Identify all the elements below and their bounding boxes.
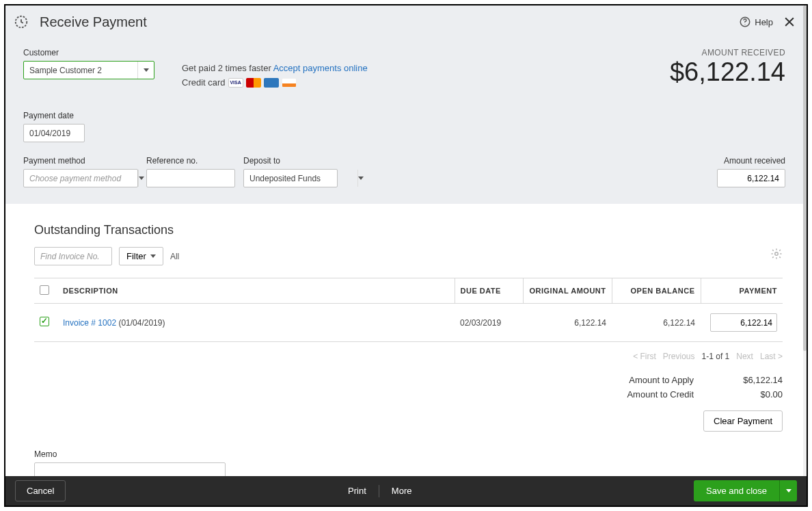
amount-received-field-label: Amount received — [717, 156, 785, 166]
cell-payment — [701, 304, 783, 342]
amount-to-apply-value: $6,122.14 — [735, 375, 783, 385]
reference-no-label: Reference no. — [146, 156, 235, 166]
col-due-date: DUE DATE — [455, 278, 523, 304]
chevron-down-icon — [150, 254, 156, 258]
top-form-section: Customer Get paid 2 times faster Accept … — [5, 38, 803, 204]
payment-date-input[interactable] — [23, 124, 85, 142]
deposit-to-caret[interactable] — [357, 170, 364, 187]
table-row: Invoice # 1002 (01/04/2019) 02/03/2019 6… — [34, 304, 783, 342]
find-invoice-input[interactable] — [34, 247, 112, 265]
save-dropdown-button[interactable] — [779, 480, 797, 501]
payment-method-field: Payment method — [23, 156, 138, 187]
pager-previous[interactable]: Previous — [663, 352, 695, 361]
pager-range: 1-1 of 1 — [702, 352, 730, 361]
customer-label: Customer — [23, 48, 154, 57]
scrollbar-thumb[interactable] — [803, 5, 807, 351]
receive-payment-window: Receive Payment Help Customer Get pa — [4, 4, 808, 507]
customer-field: Customer — [23, 48, 154, 79]
amount-received-input[interactable] — [717, 169, 785, 187]
payment-method-input[interactable] — [24, 170, 138, 187]
payment-method-label: Payment method — [23, 156, 138, 166]
reference-no-input[interactable] — [146, 169, 235, 187]
cell-due-date: 02/03/2019 — [455, 304, 523, 342]
visa-icon: VISA — [228, 78, 243, 88]
col-description: DESCRIPTION — [57, 278, 455, 304]
cell-open-balance: 6,122.14 — [612, 304, 701, 342]
footer-bar: Cancel Print More Save and close — [5, 476, 807, 506]
deposit-to-select[interactable] — [243, 169, 338, 187]
cancel-button[interactable]: Cancel — [15, 480, 66, 501]
filter-button[interactable]: Filter — [119, 247, 163, 265]
cell-original-amount: 6,122.14 — [523, 304, 612, 342]
promo-text: Get paid 2 times faster Accept payments … — [182, 63, 368, 73]
promo-block: Get paid 2 times faster Accept payments … — [174, 48, 368, 88]
scroll-region: Receive Payment Help Customer Get pa — [5, 5, 803, 476]
col-payment: PAYMENT — [701, 278, 783, 304]
pager-last[interactable]: Last > — [760, 352, 783, 361]
amount-received-label: AMOUNT RECEIVED — [670, 48, 785, 57]
deposit-to-input[interactable] — [244, 170, 357, 187]
header-bar: Receive Payment Help — [5, 5, 803, 38]
pagination: < First Previous 1-1 of 1 Next Last > — [34, 352, 783, 361]
pager-first[interactable]: < First — [633, 352, 656, 361]
help-icon — [739, 16, 751, 28]
customer-select[interactable] — [23, 61, 154, 79]
payment-date-field: Payment date — [23, 111, 85, 142]
history-icon[interactable] — [14, 14, 29, 29]
vertical-scrollbar[interactable] — [803, 5, 807, 476]
filter-all-label: All — [170, 252, 179, 261]
totals-block: Amount to Apply $6,122.14 Amount to Cred… — [34, 375, 783, 432]
method-row: Payment method Reference no. Deposit to — [23, 156, 785, 187]
reference-no-field: Reference no. — [146, 156, 235, 187]
amount-to-credit-label: Amount to Credit — [627, 389, 694, 399]
deposit-to-field: Deposit to — [243, 156, 338, 187]
outstanding-title: Outstanding Transactions — [34, 223, 783, 237]
payment-date-label: Payment date — [23, 111, 85, 120]
memo-textarea[interactable] — [34, 462, 226, 476]
help-label: Help — [755, 17, 773, 27]
filter-label: Filter — [126, 251, 146, 261]
row-checkbox[interactable] — [40, 317, 49, 326]
amount-received-field: Amount received — [717, 156, 785, 187]
credit-card-label: Credit card — [182, 77, 226, 88]
select-all-checkbox[interactable] — [40, 285, 49, 295]
transactions-table: DESCRIPTION DUE DATE ORIGINAL AMOUNT OPE… — [34, 278, 783, 342]
payment-cell-input[interactable] — [710, 313, 777, 332]
discover-icon — [282, 78, 297, 88]
print-link[interactable]: Print — [348, 486, 366, 496]
outstanding-transactions-panel: Outstanding Transactions Filter All DESC… — [5, 204, 803, 476]
svg-point-3 — [775, 252, 779, 256]
help-button[interactable]: Help — [739, 16, 773, 28]
cell-description: Invoice # 1002 (01/04/2019) — [57, 304, 455, 342]
clear-payment-button[interactable]: Clear Payment — [703, 410, 783, 432]
save-button-group: Save and close — [694, 480, 797, 501]
amount-received-display: AMOUNT RECEIVED $6,122.14 — [670, 48, 785, 87]
credit-card-row: Credit card VISA — [182, 77, 368, 88]
customer-caret[interactable] — [137, 62, 154, 79]
col-original-amount: ORIGINAL AMOUNT — [523, 278, 612, 304]
accept-payments-link[interactable]: Accept payments online — [273, 63, 368, 73]
deposit-to-label: Deposit to — [243, 156, 338, 166]
mastercard-icon — [246, 78, 261, 88]
amount-to-credit-value: $0.00 — [735, 389, 783, 399]
footer-center: Print More — [66, 485, 694, 497]
chevron-down-icon — [786, 489, 791, 493]
svg-point-2 — [745, 24, 746, 25]
customer-input[interactable] — [24, 62, 137, 79]
page-title: Receive Payment — [40, 14, 739, 30]
promo-prefix: Get paid 2 times faster — [182, 63, 273, 73]
more-link[interactable]: More — [392, 486, 412, 496]
amount-to-apply-label: Amount to Apply — [629, 375, 694, 385]
payment-method-select[interactable] — [23, 169, 138, 187]
payment-method-caret[interactable] — [138, 170, 144, 187]
save-and-close-button[interactable]: Save and close — [694, 480, 779, 501]
invoice-date: (01/04/2019) — [116, 318, 165, 328]
pager-next[interactable]: Next — [736, 352, 753, 361]
amount-to-credit-row: Amount to Credit $0.00 — [627, 389, 783, 399]
gear-icon[interactable] — [770, 248, 783, 260]
close-button[interactable] — [783, 15, 796, 29]
memo-label: Memo — [34, 449, 783, 459]
invoice-link[interactable]: Invoice # 1002 — [63, 318, 116, 328]
amount-to-apply-row: Amount to Apply $6,122.14 — [629, 375, 783, 385]
footer-divider — [379, 485, 379, 497]
